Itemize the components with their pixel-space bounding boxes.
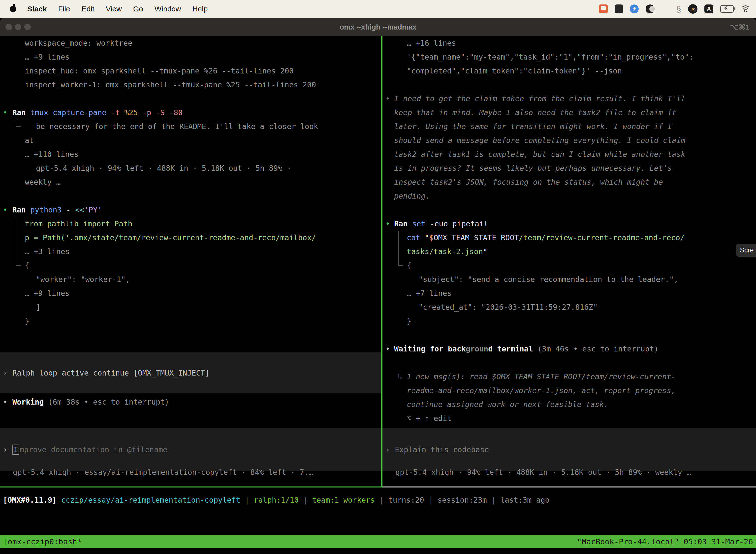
tmux-host-clock: "MacBook-Pro-44.local" 05:03 31-Mar-26: [577, 537, 753, 546]
terminal-line: {: [0, 259, 381, 273]
connector-line: [16, 120, 20, 127]
working-status: • Working (6m 38s • esc to interrupt): [0, 395, 381, 409]
terminal-line: cat "$OMX_TEAM_STATE_ROOT/team/review-cu…: [382, 231, 756, 245]
left-pane[interactable]: workspace_mode: worktree… +9 linesinspec…: [0, 36, 381, 488]
terminal-line: "worker": "worker-1",: [0, 273, 381, 286]
terminal-line: [382, 328, 756, 342]
terminal-line: … +16 lines: [382, 36, 756, 50]
line-bullet: •: [3, 203, 7, 217]
menu-item-edit[interactable]: Edit: [82, 5, 94, 13]
connector-line: [398, 245, 399, 259]
menu-item-view[interactable]: View: [106, 5, 122, 13]
connector-line: [16, 231, 16, 245]
terminal-line: •Ran set -euo pipefail: [382, 217, 756, 231]
terminal-line: keep that in mind. Maybe I also need the…: [382, 106, 756, 120]
terminal-line: from pathlib import Path: [0, 217, 381, 231]
screen: Slack File Edit View Go Window Help § ..…: [0, 0, 756, 554]
status-bullet: •: [3, 395, 7, 409]
omx-status-segments: [OMX#0.11.9] cczip/essay/ai-reimplementa…: [3, 496, 550, 504]
dots-grid-icon[interactable]: [662, 5, 670, 13]
terminal-line: {: [382, 259, 756, 273]
menu-bar: Slack File Edit View Go Window Help § ..…: [0, 0, 756, 18]
ralph-loop-banner: › Ralph loop active continue [OMX_TMUX_I…: [0, 352, 381, 393]
terminal-line: •Ran python3 - <<'PY': [0, 203, 381, 217]
terminal-line: continue assigned work or next feasible …: [382, 398, 756, 411]
menu-item-help[interactable]: Help: [192, 5, 208, 13]
window-titlebar: omx --xhigh --madmax ⌥⌘1: [0, 18, 756, 36]
terminal-line: is in progress? It seems likely but perh…: [382, 161, 756, 175]
prompt-chevron: ›: [3, 445, 7, 454]
connector-line: [398, 231, 399, 245]
menu-app-name[interactable]: Slack: [27, 5, 47, 13]
terminal-line: task2 after task1 is complete, but can I…: [382, 148, 756, 161]
menu-item-file[interactable]: File: [58, 5, 70, 13]
terminal-line: p = Path('.omx/state/team/review-current…: [0, 231, 381, 245]
terminal-line: at: [0, 133, 381, 148]
prompt-chevron: ›: [3, 369, 7, 377]
terminal-line: tasks/task-2.json": [382, 245, 756, 259]
terminal-line: be necessary for the end of the README. …: [0, 120, 381, 133]
terminal-line: readme-and-reco/mailbox/worker-1.json, a…: [382, 384, 756, 398]
tmux-session-label: [omx-cczip0:bash*: [3, 537, 82, 546]
menu-item-window[interactable]: Window: [154, 5, 181, 13]
bolt-badge-icon[interactable]: [630, 4, 639, 13]
line-bullet: •: [385, 342, 390, 356]
ralph-loop-text: Ralph loop active continue [OMX_TMUX_INJ…: [12, 369, 209, 377]
right-pane[interactable]: … +16 lines'{"team_name":"my-team","task…: [382, 36, 756, 488]
keyboard-layout-icon[interactable]: A: [704, 4, 713, 13]
squiggle-icon[interactable]: §: [676, 5, 681, 13]
terminal-line: }: [382, 314, 756, 328]
terminal-line: … +110 lines: [0, 148, 381, 161]
terminal-line: … +9 lines: [0, 50, 381, 64]
input-placeholder: Explain this codebase: [395, 445, 489, 454]
terminal-line: '{"team_name":"my-team","task_id":"1","f…: [382, 50, 756, 64]
screen-notification-overlay: Scre: [736, 244, 756, 257]
battery-icon[interactable]: [720, 5, 734, 13]
terminal-line: inspect_hud: omx sparkshell --tmux-pane …: [0, 64, 381, 78]
terminal-line: … +7 lines: [382, 286, 756, 300]
terminal-line: ↳ 1 new msg(s): read $OMX_TEAM_STATE_ROO…: [382, 370, 756, 384]
terminal-line: [0, 92, 381, 106]
terminal-line: gpt-5.4 xhigh · 94% left · 488K in · 5.1…: [0, 161, 381, 175]
menu-item-go[interactable]: Go: [133, 5, 143, 13]
left-pane-output: workspace_mode: worktree… +9 linesinspec…: [0, 36, 381, 328]
menu-items: Slack File Edit View Go Window Help: [0, 5, 208, 13]
input-placeholder: mprove documentation in @filename: [19, 445, 168, 454]
terminal-line: •I need to get the claim token from the …: [382, 92, 756, 106]
terminal-line: [382, 356, 756, 370]
left-input-box[interactable]: › Improve documentation in @filename: [0, 428, 381, 470]
window-title: omx --xhigh --madmax: [0, 23, 756, 31]
tmux-status-bar: [omx-cczip0:bash* "MacBook-Pro-44.local"…: [0, 535, 756, 548]
terminal-line: later. Using the same for transition mig…: [382, 120, 756, 133]
terminal-line: [0, 189, 381, 203]
terminal-line: workspace_mode: worktree: [0, 36, 381, 50]
terminal-line: "created_at": "2026-03-31T11:59:27.816Z": [382, 300, 756, 314]
line-bullet: •: [385, 92, 390, 106]
terminal-window: workspace_mode: worktree… +9 linesinspec…: [0, 36, 756, 554]
count-badge-icon[interactable]: ..61: [688, 4, 697, 14]
wifi-icon[interactable]: [741, 5, 751, 12]
terminal-line: •Waiting for background terminal (3m 46s…: [382, 342, 756, 356]
terminal-line: inspect_worker-1: omx sparkshell --tmux-…: [0, 78, 381, 92]
grid-shield-icon[interactable]: [615, 4, 623, 13]
right-pane-output: … +16 lines'{"team_name":"my-team","task…: [382, 36, 756, 426]
prompt-chevron: ›: [385, 445, 390, 454]
terminal-line: inspect task2's JSON, focusing on the st…: [382, 175, 756, 189]
menu-status-icons: § ..61 A: [599, 4, 756, 14]
right-input-box[interactable]: › Explain this codebase: [382, 428, 756, 470]
connector-line: [16, 245, 16, 259]
left-pane-statusline: gpt-5.4 xhigh · essay/ai-reimplementatio…: [13, 465, 313, 479]
terminal-line: ]: [0, 300, 381, 314]
terminal-line: weekly …: [0, 175, 381, 189]
working-detail: (6m 38s • esc to interrupt): [44, 398, 169, 406]
moon-circle-icon[interactable]: [646, 4, 654, 13]
apple-menu-icon[interactable]: [10, 6, 16, 12]
terminal-line: "subject": "send a concise recommendatio…: [382, 273, 756, 286]
window-shortcut: ⌥⌘1: [730, 23, 750, 31]
overlay-text: Scre: [740, 246, 754, 254]
chat-notification-icon[interactable]: [599, 4, 608, 13]
right-pane-statusline: gpt-5.4 xhigh · 94% left · 488K in · 5.1…: [395, 465, 691, 479]
line-bullet: •: [385, 217, 390, 231]
terminal-line: pending.: [382, 189, 756, 203]
terminal-line: … +9 lines: [0, 286, 381, 300]
